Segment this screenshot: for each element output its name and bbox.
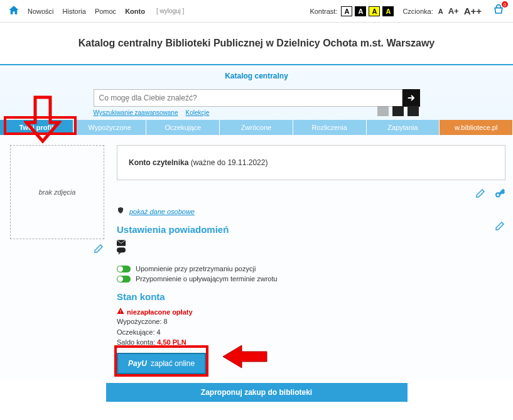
catalog-label: Katalog centralny: [0, 65, 513, 89]
tab-wypozyczone[interactable]: Wypożyczone: [73, 120, 147, 135]
view-mode-icon-1[interactable]: [377, 106, 389, 116]
shield-icon: [117, 206, 124, 217]
search-button[interactable]: [402, 89, 420, 107]
suggest-purchase-button[interactable]: Zaproponuj zakup do biblioteki: [106, 383, 408, 402]
nav-pomoc[interactable]: Pomoc: [95, 8, 116, 15]
account-valid-until: (ważne do 19.11.2022): [188, 158, 267, 167]
notification-settings-header: Ustawienia powiadomień: [117, 224, 229, 235]
photo-placeholder: brak zdjęcia: [10, 145, 104, 239]
contrast-normal[interactable]: A: [341, 6, 352, 16]
show-personal-data-link[interactable]: pokaż dane osobowe: [129, 208, 195, 215]
borrowed-value: 8: [164, 318, 168, 325]
saldo-value: 4,50 PLN: [157, 338, 186, 346]
pending-label: Oczekujące:: [117, 328, 157, 336]
edit-notifications-icon[interactable]: [494, 220, 505, 234]
toggle-due-label: Przypomnienie o upływającym terminie zwr…: [136, 275, 278, 283]
font-size-small[interactable]: A: [437, 8, 445, 15]
photo-placeholder-text: brak zdjęcia: [39, 188, 76, 196]
advanced-search-link[interactable]: Wyszukiwanie zaawansowane: [94, 109, 178, 116]
font-size-large[interactable]: A++: [463, 6, 483, 16]
tab-zwrocone[interactable]: Zwrócone: [220, 120, 293, 135]
contrast-yellow[interactable]: A: [369, 6, 380, 16]
nav-konto[interactable]: Konto: [125, 8, 145, 15]
font-label: Czcionka:: [402, 8, 433, 15]
tab-oczekujace[interactable]: Oczekujące: [146, 120, 220, 135]
nav-nowosci[interactable]: Nowości: [28, 8, 54, 15]
borrowed-label: Wypożyczone:: [117, 318, 164, 325]
toggle-overdue-label: Upomnienie przy przetrzymaniu pozycji: [136, 265, 256, 272]
page-title: Katalog centralny Biblioteki Publicznej …: [0, 38, 513, 49]
basket-icon[interactable]: 0: [492, 4, 505, 18]
saldo-label: Saldo konta:: [117, 338, 157, 346]
account-validity-box: Konto czytelnika (ważne do 19.11.2022): [117, 145, 505, 180]
contrast-label: Kontrast:: [310, 8, 337, 15]
nav-historia[interactable]: Historia: [63, 8, 86, 15]
basket-badge: 0: [502, 1, 508, 8]
tab-wbibliotece[interactable]: w.bibliotece.pl: [440, 120, 513, 135]
keyboard-icon[interactable]: [408, 106, 419, 116]
svg-rect-3: [121, 310, 121, 313]
pay-online-button[interactable]: PayU zapłać online: [117, 353, 206, 374]
svg-rect-2: [117, 247, 126, 252]
toggle-due-reminder[interactable]: [117, 276, 131, 283]
account-label: Konto czytelnika: [129, 158, 188, 167]
home-icon[interactable]: [8, 4, 20, 18]
search-input[interactable]: [94, 89, 402, 107]
svg-point-0: [496, 193, 500, 197]
tab-twoj-profil[interactable]: Twój profil: [0, 120, 73, 135]
toggle-overdue-reminder[interactable]: [117, 266, 131, 272]
view-mode-icon-2[interactable]: [392, 106, 404, 116]
mail-icon: [117, 240, 505, 246]
collections-link[interactable]: Kolekcje: [185, 109, 209, 116]
balance-header: Stan konta: [117, 291, 505, 302]
unpaid-fees-label: niezapłacone opłaty: [127, 308, 193, 316]
warning-icon: [117, 307, 124, 316]
tab-rozliczenia[interactable]: Rozliczenia: [293, 120, 367, 135]
contrast-black-yellow[interactable]: A: [382, 6, 394, 16]
contrast-dark[interactable]: A: [355, 6, 366, 16]
edit-photo-icon[interactable]: [10, 243, 104, 256]
svg-rect-4: [121, 313, 121, 313]
annotation-arrow-left: [220, 344, 270, 369]
pay-online-label: zapłać online: [151, 359, 195, 368]
key-icon[interactable]: [494, 192, 505, 201]
sms-icon: [117, 247, 505, 255]
edit-account-icon[interactable]: [475, 192, 488, 201]
pending-value: 4: [157, 328, 161, 336]
tab-zapytania[interactable]: Zapytania: [367, 120, 440, 135]
logout-link[interactable]: [ wyloguj ]: [156, 8, 184, 14]
payu-logo: PayU: [128, 359, 147, 368]
font-size-medium[interactable]: A+: [447, 6, 460, 16]
